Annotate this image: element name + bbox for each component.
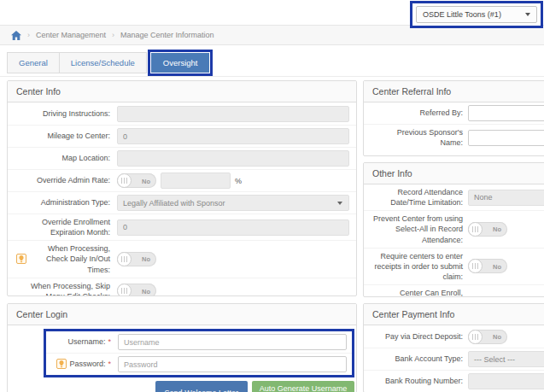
caret-down-icon [525, 13, 530, 16]
center-referral-info-panel: Center Referral Info Referred By: Previo… [363, 80, 544, 156]
driving-instructions-label: Driving Instructions: [16, 108, 117, 119]
center-info-panel: Center Info Driving Instructions: Mileag… [7, 80, 357, 296]
field-bank-account-type: Bank Account Type: --- Select --- [364, 348, 544, 370]
field-prevent-select-all: Prevent Center from using Select-All in … [364, 210, 544, 247]
administration-type-value: Legally Affiliated with Sponsor [123, 199, 225, 208]
field-referred-by: Referred By: [364, 102, 544, 124]
toggle-state-label: No [142, 177, 150, 184]
breadcrumb-separator: › [27, 31, 30, 39]
toggle-handle-icon [468, 259, 483, 273]
top-bar: OSDE Little Toons (#1) [0, 0, 544, 25]
breadcrumb-center-management[interactable]: Center Management [36, 31, 106, 39]
field-can-enroll-withdraw: Center Can Enroll, Withdraw, and Reactiv… [364, 284, 544, 297]
toggle-state-label: No [142, 255, 150, 263]
home-icon[interactable] [11, 31, 21, 40]
toggle-state-label: No [493, 333, 501, 341]
other-info-title: Other Info [364, 163, 544, 184]
can-enroll-withdraw-label: Center Can Enroll, Withdraw, and Reactiv… [385, 288, 463, 297]
toggle-handle-icon [117, 284, 132, 296]
other-info-panel: Other Info Record Attendance Date/Time L… [363, 162, 544, 297]
override-enrollment-label: Override Enrollment Expiration Month: [16, 217, 117, 237]
field-record-attendance-limitation: Record Attendance Date/Time Limitation: … [364, 184, 544, 210]
administration-type-select[interactable]: Legally Affiliated with Sponsor [117, 195, 349, 211]
prevent-select-all-label: Prevent Center from using Select-All in … [372, 214, 468, 244]
login-actions: Send Welcome Letter Auto Generate Userna… [8, 381, 354, 392]
auto-generate-username-password-button[interactable]: Auto Generate Username and Password [252, 381, 354, 392]
field-require-receipts: Require centers to enter receipts in ord… [364, 248, 544, 284]
override-admin-rate-label: Override Admin Rate: [16, 175, 117, 185]
prevent-select-all-toggle[interactable]: No [468, 222, 507, 237]
override-admin-rate-toggle[interactable]: No [117, 173, 156, 188]
username-input[interactable] [118, 334, 347, 350]
previous-sponsor-name-label: Previous Sponsor's Name: [372, 127, 468, 148]
tab-bar: General License/Schedule Oversight [7, 50, 544, 76]
check-inout-times-label: When Processing, Check Daily In/Out Time… [29, 243, 110, 274]
center-referral-info-title: Center Referral Info [364, 81, 544, 102]
center-payment-info-title: Center Payment Info [364, 304, 544, 325]
toggle-handle-icon [493, 296, 507, 297]
field-bank-routing-number: Bank Routing Number: [364, 370, 544, 392]
direct-deposit-label: Pay via Direct Deposit: [372, 331, 468, 342]
require-receipts-label: Require centers to enter receipts in ord… [372, 251, 468, 282]
toggle-state-label: No [493, 262, 501, 270]
field-map-location: Map Location: [8, 147, 356, 169]
send-welcome-letter-button[interactable]: Send Welcome Letter [155, 381, 248, 392]
record-attendance-limitation-select[interactable]: None [468, 190, 544, 206]
field-override-admin-rate: Override Admin Rate: No % [8, 169, 356, 191]
skip-menu-edit-checks-toggle[interactable]: No [117, 284, 156, 296]
annotation-highlight-login-fields: Username: * Password: * [44, 329, 354, 377]
password-input[interactable] [118, 356, 347, 372]
center-selector-dropdown[interactable]: OSDE Little Toons (#1) [416, 6, 537, 23]
field-administration-type: Administration Type: Legally Affiliated … [8, 191, 356, 214]
require-receipts-toggle[interactable]: No [468, 259, 507, 273]
center-payment-info-panel: Center Payment Info Pay via Direct Depos… [363, 303, 544, 392]
administration-type-label: Administration Type: [16, 197, 117, 208]
center-info-title: Center Info [8, 81, 356, 102]
tab-content-oversight: Center Info Driving Instructions: Mileag… [0, 76, 544, 392]
lightbulb-icon [16, 254, 26, 264]
center-selector-value: OSDE Little Toons (#1) [423, 10, 501, 19]
lightbulb-icon [56, 359, 67, 369]
field-mileage-to-center: Mileage to Center: [8, 125, 356, 147]
skip-menu-edit-checks-label: When Processing, Skip Menu Edit Checks: [16, 281, 117, 296]
bank-account-type-select: --- Select --- [468, 351, 544, 367]
username-label: Username: [67, 336, 105, 347]
toggle-state-label: No [493, 225, 501, 233]
previous-sponsor-name-input[interactable] [468, 130, 544, 146]
referred-by-input[interactable] [468, 105, 544, 121]
manage-center-information-page: OSDE Little Toons (#1) › Center Manageme… [0, 0, 544, 392]
field-override-enrollment-expiration: Override Enrollment Expiration Month: [8, 214, 356, 240]
mileage-to-center-label: Mileage to Center: [16, 131, 117, 141]
referred-by-label: Referred By: [372, 108, 468, 118]
toggle-handle-icon [468, 330, 483, 344]
required-asterisk: * [108, 336, 111, 347]
left-column: Center Info Driving Instructions: Mileag… [7, 80, 357, 392]
bank-account-type-label: Bank Account Type: [372, 354, 468, 364]
field-driving-instructions: Driving Instructions: [8, 102, 356, 125]
override-admin-rate-input [161, 173, 231, 189]
check-inout-times-toggle[interactable]: No [117, 252, 156, 266]
can-enroll-withdraw-toggle[interactable]: Yes [468, 296, 507, 297]
record-attendance-limitation-label: Record Attendance Date/Time Limitation: [372, 187, 468, 208]
tab-license-schedule[interactable]: License/Schedule [60, 52, 147, 73]
center-login-panel: Center Login Username: * [7, 303, 357, 392]
bank-routing-number-label: Bank Routing Number: [372, 376, 468, 386]
field-skip-menu-edit-checks: When Processing, Skip Menu Edit Checks: … [8, 278, 356, 296]
field-check-inout-times: When Processing, Check Daily In/Out Time… [8, 240, 356, 277]
caret-down-icon [337, 202, 342, 205]
required-asterisk: * [108, 359, 111, 369]
percent-unit-label: % [235, 177, 242, 185]
record-attendance-limitation-value: None [474, 193, 493, 202]
mileage-to-center-input [117, 128, 349, 144]
direct-deposit-toggle[interactable]: No [468, 330, 507, 344]
toggle-state-label: No [142, 287, 150, 295]
toggle-handle-icon [117, 252, 132, 266]
toggle-handle-icon [117, 173, 132, 188]
tab-oversight[interactable]: Oversight [151, 53, 210, 73]
field-username: Username: * [46, 331, 352, 353]
driving-instructions-input [117, 106, 349, 122]
bank-routing-number-input [468, 373, 544, 389]
right-column: Center Referral Info Referred By: Previo… [363, 80, 544, 392]
annotation-highlight-oversight-tab: Oversight [148, 50, 214, 76]
tab-general[interactable]: General [7, 52, 60, 73]
